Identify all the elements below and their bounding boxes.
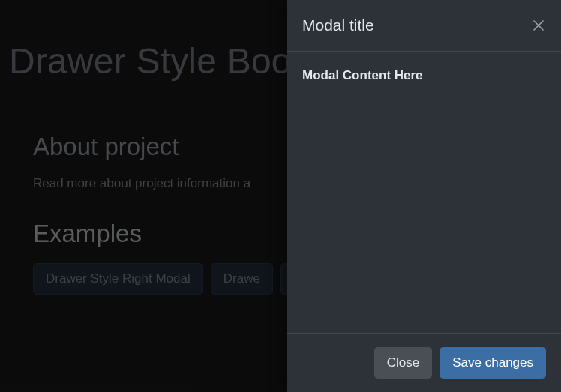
modal-body: Modal Content Here [287, 52, 561, 334]
drawer-modal: Modal title Modal Content Here Close Sav… [287, 0, 561, 392]
close-icon[interactable] [531, 18, 546, 33]
drawer-header: Modal title [287, 0, 561, 52]
save-changes-button[interactable]: Save changes [440, 347, 546, 379]
close-button[interactable]: Close [374, 347, 432, 379]
drawer-footer: Close Save changes [287, 334, 561, 392]
modal-content-text: Modal Content Here [302, 68, 423, 82]
modal-title: Modal title [302, 16, 374, 34]
